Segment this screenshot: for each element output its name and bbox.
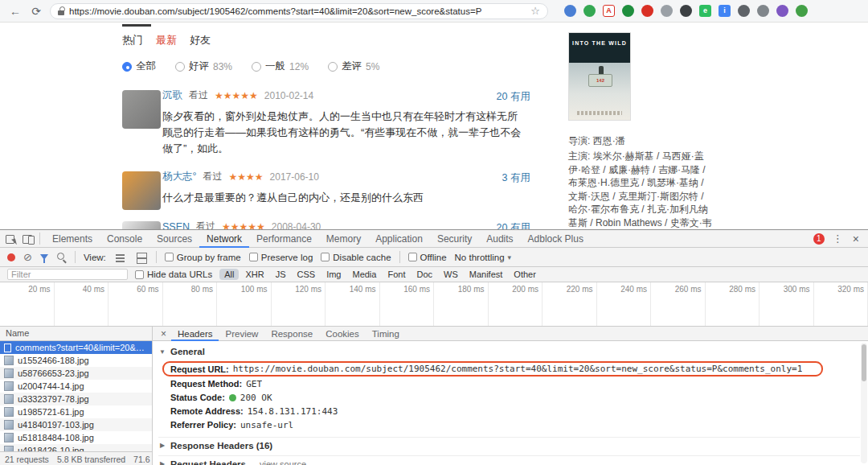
detail-tab-headers[interactable]: Headers — [171, 327, 219, 341]
comments-tab-hot[interactable]: 热门 — [122, 33, 143, 47]
smiley-extension-icon[interactable] — [796, 5, 808, 17]
avatar[interactable] — [122, 90, 161, 129]
filter-type-media[interactable]: Media — [347, 269, 381, 280]
record-button[interactable] — [7, 253, 15, 261]
filter-type-js[interactable]: JS — [271, 269, 291, 280]
compass-extension-icon[interactable] — [564, 5, 576, 17]
devtools-tab-network[interactable]: Network — [199, 230, 249, 248]
back-button[interactable]: ← — [8, 5, 23, 18]
url-text[interactable]: https://movie.douban.com/subject/1905462… — [69, 6, 526, 16]
filter-type-xhr[interactable]: XHR — [240, 269, 268, 280]
close-details-icon[interactable]: × — [156, 328, 171, 339]
rating-filter-positive[interactable]: 好评83% — [175, 60, 232, 73]
request-row[interactable]: u4918426-10.jpg — [0, 444, 152, 451]
preserve-log-checkbox[interactable]: Preserve log — [249, 253, 313, 262]
detail-tab-response[interactable]: Response — [264, 327, 319, 341]
timeline-ruler[interactable]: 20 ms40 ms60 ms80 ms100 ms120 ms140 ms16… — [0, 282, 868, 327]
devtools-tab-console[interactable]: Console — [100, 230, 149, 248]
useful-votes[interactable]: 3 有用 — [502, 171, 530, 185]
rating-filter-all[interactable]: 全部 — [122, 60, 156, 73]
response-headers-row[interactable]: ▶ Response Headers (16) — [158, 437, 860, 451]
general-section-header[interactable]: ▼ General — [158, 344, 860, 359]
comment-username[interactable]: SSEN — [162, 221, 190, 229]
hide-data-urls-checkbox[interactable]: Hide data URLs — [135, 270, 212, 279]
avatar[interactable] — [122, 171, 161, 210]
red-extension-icon[interactable] — [641, 5, 653, 17]
group-by-frame-checkbox[interactable]: Group by frame — [165, 253, 241, 262]
address-bar[interactable]: https://movie.douban.com/subject/1905462… — [50, 3, 548, 19]
info-extension-icon[interactable]: i — [719, 5, 731, 17]
request-row[interactable]: u33323797-78.jpg — [0, 393, 152, 405]
devtools-tab-performance[interactable]: Performance — [249, 230, 319, 248]
devtools-tab-audits[interactable]: Audits — [479, 230, 520, 248]
leaf-extension-icon[interactable] — [583, 5, 596, 17]
search-icon[interactable] — [56, 252, 67, 262]
request-row[interactable]: u58766653-23.jpg — [0, 367, 152, 380]
filter-type-css[interactable]: CSS — [293, 269, 321, 280]
throttling-select[interactable]: No throttling▾ — [455, 253, 512, 262]
movie-poster[interactable]: INTO THE WILD 142 — [568, 32, 631, 121]
request-row[interactable]: comments?start=40&limit=20&sort=ne... — [0, 341, 152, 354]
translate-extension-icon[interactable]: A — [603, 5, 615, 17]
devtools-tab-memory[interactable]: Memory — [319, 230, 368, 248]
offline-checkbox[interactable]: Offline — [408, 253, 447, 262]
request-row[interactable]: u1985721-61.jpg — [0, 405, 152, 418]
radio-icon — [328, 62, 338, 72]
request-row[interactable]: u1552466-188.jpg — [0, 354, 152, 367]
shield-extension-icon[interactable] — [776, 5, 788, 17]
evernote-extension-icon[interactable]: e — [699, 5, 711, 17]
request-row[interactable]: u2004744-14.jpg — [0, 380, 152, 393]
close-devtools-icon[interactable]: × — [851, 232, 864, 245]
detail-tab-cookies[interactable]: Cookies — [319, 327, 366, 341]
view-list-icon[interactable] — [114, 251, 127, 264]
comments-tab-newest[interactable]: 最新 — [156, 33, 177, 47]
filter-type-ws[interactable]: WS — [439, 269, 463, 280]
detail-tab-timing[interactable]: Timing — [366, 327, 406, 341]
error-badge[interactable]: 1 — [813, 233, 825, 245]
devtools-tab-application[interactable]: Application — [368, 230, 430, 248]
devtools-tab-elements[interactable]: Elements — [45, 230, 100, 248]
scrollbar[interactable] — [861, 343, 867, 463]
filter-type-doc[interactable]: Doc — [411, 269, 437, 280]
comments-tab-friends[interactable]: 好友 — [190, 33, 211, 47]
avatar[interactable] — [122, 221, 161, 229]
refresh-button[interactable]: ⟳ — [29, 5, 43, 18]
rating-filter-neutral[interactable]: 一般12% — [252, 60, 309, 73]
devtools-tab-adblock-plus[interactable]: Adblock Plus — [521, 230, 591, 248]
clear-button[interactable]: ⊘ — [23, 252, 32, 262]
filter-input[interactable] — [7, 269, 128, 280]
filter-type-manifest[interactable]: Manifest — [465, 269, 508, 280]
disable-cache-checkbox[interactable]: Disable cache — [321, 253, 391, 262]
dark-extension-icon[interactable] — [680, 5, 692, 17]
useful-votes[interactable]: 20 有用 — [497, 90, 530, 104]
filter-type-all[interactable]: All — [219, 269, 239, 280]
filter-type-img[interactable]: Img — [321, 269, 346, 280]
profile-extension-icon[interactable] — [661, 5, 673, 17]
view-source-link[interactable]: view source — [260, 459, 306, 465]
devtools-tab-sources[interactable]: Sources — [149, 230, 199, 248]
inspect-element-icon[interactable] — [4, 232, 17, 245]
request-row[interactable]: u51818484-108.jpg — [0, 431, 152, 444]
bell-extension-icon[interactable] — [757, 5, 769, 17]
detail-tab-preview[interactable]: Preview — [219, 327, 264, 341]
filter-type-other[interactable]: Other — [509, 269, 541, 280]
toolbar-checkboxes: Group by framePreserve logDisable cache — [165, 253, 391, 262]
camera-extension-icon[interactable] — [738, 5, 750, 17]
comment-username[interactable]: 杨大志° — [162, 170, 197, 183]
kebab-menu-icon[interactable]: ⋮ — [829, 232, 846, 245]
device-toolbar-icon[interactable] — [22, 232, 35, 245]
request-headers-row[interactable]: ▶ Request Headers view source — [158, 455, 860, 465]
view-large-rows-icon[interactable] — [135, 251, 148, 264]
scrollbar-thumb[interactable] — [862, 344, 866, 381]
rating-filter-negative[interactable]: 差评5% — [328, 60, 379, 73]
devtools-tab-security[interactable]: Security — [430, 230, 479, 248]
filter-type-font[interactable]: Font — [383, 269, 410, 280]
filter-funnel-icon[interactable] — [40, 254, 48, 260]
useful-votes[interactable]: 20 有用 — [497, 221, 530, 229]
comment-username[interactable]: 沉歌 — [162, 88, 182, 102]
bookmark-star-icon[interactable]: ☆ — [530, 5, 540, 17]
request-row[interactable]: u41840197-103.jpg — [0, 418, 152, 431]
name-column-header[interactable]: Name — [0, 327, 152, 341]
green-extension-icon[interactable] — [622, 5, 634, 17]
director-name[interactable]: 西恩·潘 — [593, 135, 625, 146]
